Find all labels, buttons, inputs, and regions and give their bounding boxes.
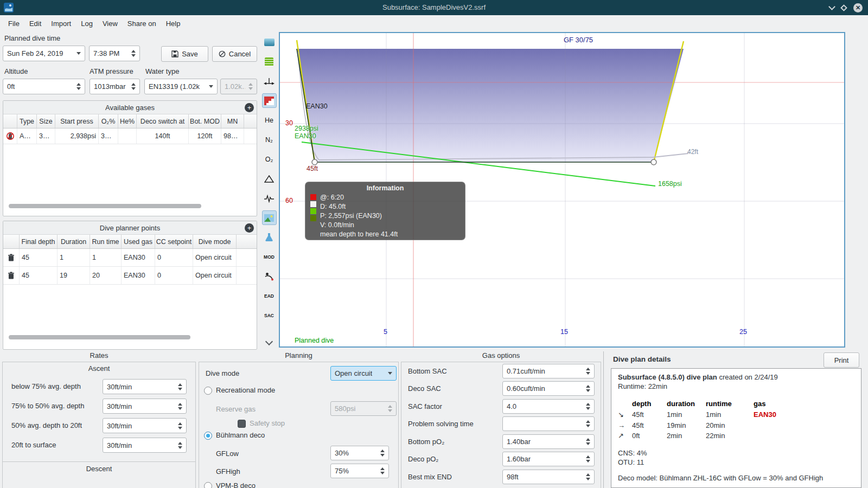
close-icon[interactable]: ✕ xyxy=(853,3,863,12)
points-col-dive-mode[interactable]: Dive mode xyxy=(193,235,237,248)
show-photos-icon[interactable] xyxy=(262,210,277,225)
gases-col-start-press[interactable]: Start press xyxy=(55,114,99,128)
planner-handle[interactable] xyxy=(312,159,317,165)
gas-table-row[interactable]: A… 3… 2,938psi 3… 140ft 120ft 98… xyxy=(3,129,257,144)
maximize-icon[interactable] xyxy=(840,4,847,11)
gflow-spinbox[interactable]: 30% xyxy=(330,446,389,460)
points-col-final-depth[interactable]: Final depth xyxy=(20,235,58,248)
delete-gas-icon[interactable] xyxy=(3,129,17,144)
bottom-sac-spinbox[interactable]: 0.71cuft/min xyxy=(502,364,595,378)
gases-col-type[interactable]: Type xyxy=(17,114,37,128)
menu-share-on[interactable]: Share on xyxy=(123,17,161,30)
gases-col-he[interactable]: He% xyxy=(118,114,137,128)
dive-date-combobox[interactable]: Sun Feb 24, 2019 xyxy=(3,46,85,61)
delete-point-icon[interactable] xyxy=(3,267,20,284)
points-col-used-gas[interactable]: Used gas xyxy=(122,235,155,248)
planner-handle[interactable] xyxy=(651,159,656,165)
cancel-button[interactable]: Cancel xyxy=(212,46,257,62)
ead-icon[interactable]: EAD xyxy=(262,288,277,303)
print-button[interactable]: Print xyxy=(824,352,859,368)
points-col-cc-setpoint[interactable]: CC setpoint xyxy=(155,235,193,248)
rate-spinbox-2[interactable]: 30ft/min xyxy=(103,418,187,433)
gases-col-size[interactable]: Size xyxy=(37,114,55,128)
dive-profile-chart[interactable]: GF 30/75 EAN30 2938psi EAN30 45ft 42ft 1… xyxy=(279,32,845,348)
pp-he-icon[interactable]: He xyxy=(262,113,277,127)
safety-stop-checkbox[interactable] xyxy=(238,420,246,428)
points-col-duration[interactable]: Duration xyxy=(58,235,90,248)
menu-view[interactable]: View xyxy=(98,17,123,30)
gases-horizontal-scrollbar[interactable] xyxy=(9,204,201,208)
points-horizontal-scrollbar[interactable] xyxy=(9,335,190,339)
vpmb-deco-radio[interactable] xyxy=(204,482,212,488)
menu-file[interactable]: File xyxy=(3,17,24,30)
spin-arrows[interactable] xyxy=(583,385,590,392)
deco-sac-spinbox[interactable]: 0.60cuft/min xyxy=(502,381,595,396)
recreational-mode-radio[interactable] xyxy=(204,387,212,395)
spin-arrows[interactable] xyxy=(175,422,182,429)
best-mix-end-spinbox[interactable]: 98ft xyxy=(502,470,595,484)
segment-duration: 1min xyxy=(667,410,706,420)
bottom-po2-spinbox[interactable]: 1.40bar xyxy=(502,434,595,449)
spin-arrows[interactable] xyxy=(175,442,182,449)
planner-point-row[interactable]: 45 1 1 EAN30 0 Open circuit xyxy=(3,249,257,267)
profile-zoom-icon[interactable] xyxy=(262,35,277,49)
collapse-toolbar-icon[interactable] xyxy=(265,338,273,345)
spin-arrows[interactable] xyxy=(583,420,590,427)
gases-col-deco-switch[interactable]: Deco switch at xyxy=(137,114,189,128)
deco-po2-spinbox[interactable]: 1.60bar xyxy=(502,452,595,466)
time-ruler-icon[interactable] xyxy=(262,74,277,88)
buhlmann-deco-radio[interactable] xyxy=(204,432,212,440)
water-type-value: EN13319 (1.02k xyxy=(149,82,200,91)
menu-edit[interactable]: Edit xyxy=(24,17,46,30)
spin-arrows[interactable] xyxy=(175,403,182,410)
spin-arrows[interactable] xyxy=(128,50,136,57)
tissues-icon[interactable] xyxy=(262,230,277,245)
planner-point-row[interactable]: 45 19 20 EAN30 0 Open circuit xyxy=(3,267,257,285)
spin-arrows[interactable] xyxy=(583,455,590,463)
spin-arrows[interactable] xyxy=(583,368,590,375)
altitude-spinbox[interactable]: 0ft xyxy=(3,79,85,94)
menu-help[interactable]: Help xyxy=(161,17,186,30)
delete-point-icon[interactable] xyxy=(3,249,20,266)
minimize-icon[interactable] xyxy=(828,3,835,10)
mod-icon[interactable]: MOD xyxy=(262,249,277,264)
dive-mode-combobox[interactable]: Open circuit xyxy=(330,366,397,381)
menu-log[interactable]: Log xyxy=(76,17,98,30)
spin-arrows[interactable] xyxy=(583,403,590,410)
gases-col-bot-mod[interactable]: Bot. MOD xyxy=(189,114,221,128)
rate-spinbox-3[interactable]: 30ft/min xyxy=(103,438,187,453)
add-gas-button[interactable]: + xyxy=(245,103,254,112)
spin-arrows[interactable] xyxy=(377,450,385,457)
menu-import[interactable]: Import xyxy=(46,17,76,30)
spin-arrows[interactable] xyxy=(128,83,136,90)
dc-ceiling-icon[interactable] xyxy=(262,171,277,186)
pp-n2-icon[interactable]: N₂ xyxy=(262,132,277,147)
information-tooltip[interactable]: Information @: 6:20 D: 45.0ft P: 2,557ps… xyxy=(305,182,465,240)
points-col-run-time[interactable]: Run time xyxy=(90,235,122,248)
add-point-button[interactable]: + xyxy=(245,223,254,233)
pp-o2-icon[interactable]: O₂ xyxy=(262,152,277,166)
ndl-tts-icon[interactable] xyxy=(262,269,277,284)
spin-arrows[interactable] xyxy=(73,83,81,90)
water-type-combobox[interactable]: EN13319 (1.02k xyxy=(144,79,218,94)
segment-runtime: 1min xyxy=(706,410,754,420)
problem-solving-time-spinbox[interactable] xyxy=(502,416,595,431)
spin-arrows[interactable] xyxy=(175,383,182,390)
rate-spinbox-0[interactable]: 30ft/min xyxy=(103,379,187,394)
sac-factor-spinbox[interactable]: 4.0 xyxy=(502,399,595,414)
profile-scale-icon[interactable] xyxy=(262,54,277,69)
calculated-ceiling-icon[interactable] xyxy=(262,93,277,108)
spin-arrows[interactable] xyxy=(583,473,590,480)
spin-arrows[interactable] xyxy=(583,438,590,445)
dive-time-spinbox[interactable]: 7:38 PM xyxy=(89,46,140,61)
sac-icon[interactable]: SAC xyxy=(262,308,277,323)
rate-spinbox-1[interactable]: 30ft/min xyxy=(103,399,187,414)
gfhigh-spinbox[interactable]: 75% xyxy=(330,464,389,478)
atm-pressure-spinbox[interactable]: 1013mbar xyxy=(90,79,140,94)
spin-arrows[interactable] xyxy=(377,467,385,474)
gases-col-mnd[interactable]: MN xyxy=(221,114,244,128)
chip-red xyxy=(310,194,316,200)
heart-rate-icon[interactable] xyxy=(262,191,277,206)
gases-col-o2[interactable]: O₂% xyxy=(99,114,118,128)
save-button[interactable]: Save xyxy=(161,46,208,62)
